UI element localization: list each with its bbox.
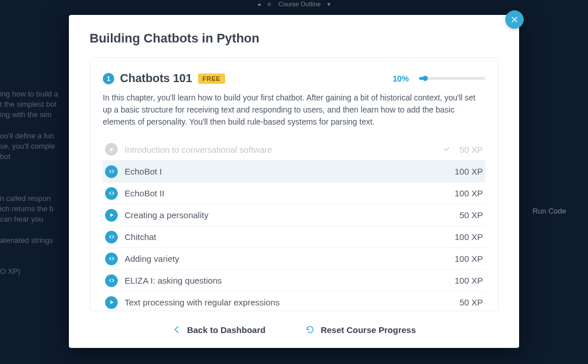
lesson-xp: 100 XP xyxy=(455,276,483,285)
lesson-row[interactable]: Chitchat100 XP xyxy=(103,226,485,247)
modal-footer: Back to Dashboard Reset Course Progress xyxy=(90,311,498,348)
lesson-xp: 100 XP xyxy=(455,188,483,198)
code-icon xyxy=(105,187,118,200)
close-button[interactable] xyxy=(505,10,524,29)
code-icon xyxy=(105,165,118,178)
chapter-header: 1 Chatbots 101 FREE 10% xyxy=(103,72,485,85)
lesson-name: EchoBot I xyxy=(125,166,448,176)
progress-bar xyxy=(419,77,485,80)
chapter-description: In this chapter, you'll learn how to bui… xyxy=(103,92,485,128)
course-outline-modal: Building Chatbots in Python 1 Chatbots 1… xyxy=(69,15,519,348)
lesson-xp: 50 XP xyxy=(459,145,483,154)
svg-marker-0 xyxy=(110,148,114,151)
chevron-left-icon xyxy=(172,325,181,334)
check-icon xyxy=(443,144,452,154)
close-icon xyxy=(510,16,519,24)
lesson-name: Creating a personality xyxy=(125,210,452,220)
lesson-xp: 50 XP xyxy=(459,210,483,220)
back-to-dashboard-link[interactable]: Back to Dashboard xyxy=(172,325,266,335)
chapter-number-badge: 1 xyxy=(103,73,114,84)
play-icon xyxy=(105,209,118,222)
lesson-name: Text processing with regular expressions xyxy=(125,297,452,307)
progress-percent: 10% xyxy=(393,74,409,83)
lesson-row[interactable]: Introduction to conversational software5… xyxy=(103,138,485,160)
lesson-row[interactable]: EchoBot I100 XP xyxy=(103,160,485,182)
lesson-row[interactable]: ELIZA I: asking questions100 XP xyxy=(103,269,485,291)
svg-marker-1 xyxy=(110,213,114,216)
chapter-scroll-area[interactable]: 1 Chatbots 101 FREE 10% In this chapter,… xyxy=(90,57,498,311)
refresh-icon xyxy=(305,325,315,334)
chapter-title: Chatbots 101 xyxy=(120,72,192,85)
reset-progress-link[interactable]: Reset Course Progress xyxy=(305,325,416,335)
lesson-name: EchoBot II xyxy=(125,188,448,198)
free-badge: FREE xyxy=(198,73,225,84)
lesson-xp: 100 XP xyxy=(455,254,483,264)
code-icon xyxy=(105,274,118,287)
lesson-row[interactable]: Adding variety100 XP xyxy=(103,247,485,269)
play-icon xyxy=(105,296,118,309)
svg-marker-2 xyxy=(110,300,114,304)
lesson-list: Introduction to conversational software5… xyxy=(103,138,485,311)
modal-title: Building Chatbots in Python xyxy=(90,31,498,46)
lesson-xp: 100 XP xyxy=(455,166,483,176)
lesson-name: Introduction to conversational software xyxy=(125,145,436,154)
lesson-name: Chitchat xyxy=(125,232,448,242)
lesson-name: Adding variety xyxy=(125,254,448,264)
lesson-xp: 50 XP xyxy=(459,297,483,307)
code-icon xyxy=(105,231,118,243)
play-icon xyxy=(105,143,118,156)
progress-fill xyxy=(419,77,426,80)
modal-overlay: Building Chatbots in Python 1 Chatbots 1… xyxy=(0,0,588,364)
lesson-row[interactable]: Text processing with regular expressions… xyxy=(103,291,485,311)
code-icon xyxy=(105,253,118,265)
lesson-name: ELIZA I: asking questions xyxy=(125,276,448,285)
lesson-xp: 100 XP xyxy=(455,232,483,242)
lesson-row[interactable]: EchoBot II100 XP xyxy=(103,182,485,204)
lesson-row[interactable]: Creating a personality50 XP xyxy=(103,204,485,226)
